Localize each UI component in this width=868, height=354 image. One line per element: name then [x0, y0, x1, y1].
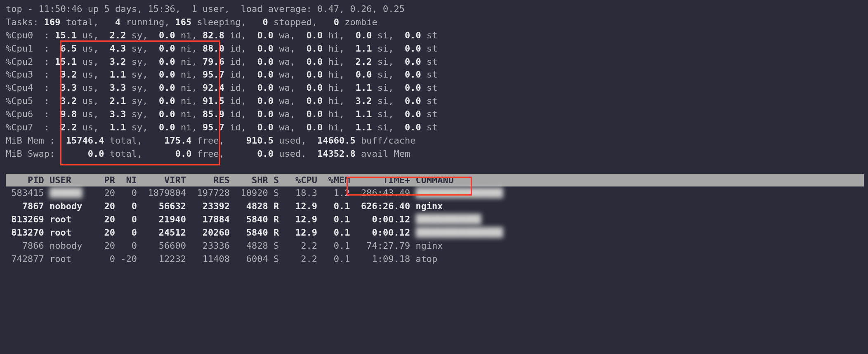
- cpu-line: %Cpu6 : 9.8 us, 3.3 sy, 0.0 ni, 85.9 id,…: [6, 108, 864, 121]
- cpu-line: %Cpu0 : 15.1 us, 2.2 sy, 0.0 ni, 82.8 id…: [6, 29, 864, 42]
- tasks-line: Tasks: 169 total, 4 running, 165 sleepin…: [6, 16, 864, 29]
- process-table: 583415 ██████ 20 0 1879804 197728 10920 …: [6, 186, 864, 265]
- process-row: 7866 nobody 20 0 56600 23336 4828 S 2.2 …: [6, 239, 864, 253]
- cpu-line: %Cpu1 : 6.5 us, 4.3 sy, 0.0 ni, 88.0 id,…: [6, 42, 864, 55]
- mem-line: MiB Mem : 15746.4 total, 175.4 free, 910…: [6, 134, 864, 147]
- process-row: 813269 root 20 0 21940 17884 5840 R 12.9…: [6, 213, 864, 226]
- process-row: 813270 root 20 0 24512 20260 5840 R 12.9…: [6, 226, 864, 239]
- cpu-line: %Cpu3 : 3.2 us, 1.1 sy, 0.0 ni, 95.7 id,…: [6, 68, 864, 81]
- summary-line: top - 11:50:46 up 5 days, 15:36, 1 user,…: [6, 2, 864, 16]
- process-row: 7867 nobody 20 0 56632 23392 4828 R 12.9…: [6, 200, 864, 213]
- cpu-line: %Cpu2 : 15.1 us, 3.2 sy, 0.0 ni, 79.6 id…: [6, 55, 864, 68]
- process-row: 583415 ██████ 20 0 1879804 197728 10920 …: [6, 186, 864, 200]
- swap-line: MiB Swap: 0.0 total, 0.0 free, 0.0 used.…: [6, 147, 864, 160]
- cpu-line: %Cpu5 : 3.2 us, 2.1 sy, 0.0 ni, 91.5 id,…: [6, 94, 864, 108]
- top-output: top - 11:50:46 up 5 days, 15:36, 1 user,…: [0, 0, 868, 266]
- blank-line: [6, 160, 864, 174]
- cpu-lines: %Cpu0 : 15.1 us, 2.2 sy, 0.0 ni, 82.8 id…: [6, 29, 864, 134]
- cpu-line: %Cpu7 : 2.2 us, 1.1 sy, 0.0 ni, 95.7 id,…: [6, 121, 864, 134]
- process-header: PID USER PR NI VIRT RES SHR S %CPU %MEM …: [6, 174, 864, 187]
- cpu-line: %Cpu4 : 3.3 us, 3.3 sy, 0.0 ni, 92.4 id,…: [6, 81, 864, 94]
- process-row: 742877 root 0 -20 12232 11408 6004 S 2.2…: [6, 253, 864, 266]
